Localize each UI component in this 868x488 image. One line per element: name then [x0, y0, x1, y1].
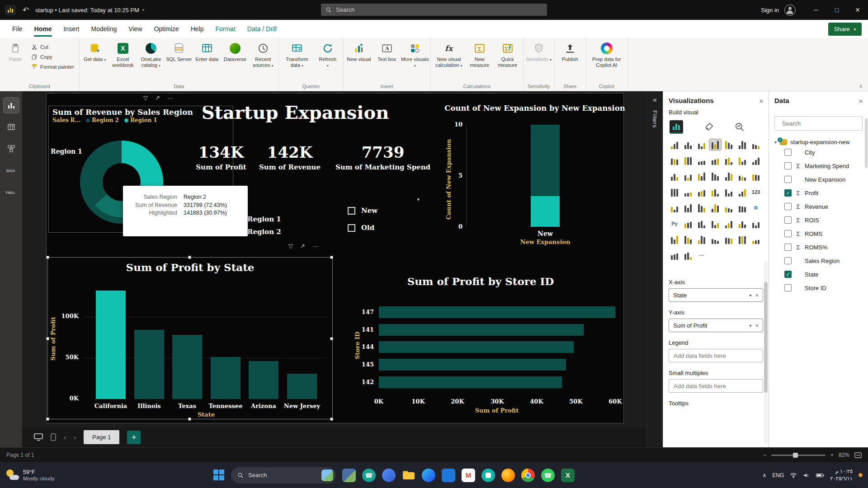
zoom-out-icon[interactable]: − — [763, 452, 766, 458]
menu-item-view[interactable]: View — [123, 20, 148, 38]
field-sales-region[interactable]: Sales Region — [774, 254, 863, 267]
format-painter-button[interactable]: Format painter — [31, 64, 74, 70]
more-options-icon[interactable]: ··· — [167, 94, 173, 101]
visual-type-slicer[interactable] — [736, 218, 748, 229]
visual-type-line-and-clustered-column-chart[interactable] — [709, 155, 721, 166]
edge-browser-icon[interactable] — [422, 469, 435, 482]
transform-data-button[interactable]: Transform data ▾ — [280, 39, 314, 82]
excel-app-icon[interactable]: X — [561, 469, 575, 482]
visual-type-filled-map[interactable] — [736, 171, 748, 182]
visual-type-line-chart[interactable] — [750, 139, 762, 150]
slicer-item-region-1[interactable]: Region 1 — [247, 213, 304, 225]
checkbox-roms[interactable] — [784, 244, 792, 251]
bar-illinois[interactable] — [134, 330, 164, 399]
visual-type-table[interactable] — [682, 187, 694, 197]
legend-item-region-1[interactable]: Region 1 — [124, 117, 157, 123]
table-view-button[interactable] — [4, 119, 19, 135]
refresh-button[interactable]: Refresh▾ — [314, 39, 342, 82]
visual-type-ribbon-chart[interactable] — [723, 155, 735, 166]
checkbox-state[interactable]: ✓ — [784, 271, 792, 278]
field-chip-sum-of-profit[interactable]: Sum of Profit▾× — [669, 319, 763, 332]
focus-mode-icon[interactable]: ↗ — [155, 94, 160, 101]
field-store-id[interactable]: Store ID — [774, 281, 863, 295]
quick-measure-button[interactable]: Σ Quick measure — [494, 39, 522, 82]
card-sum-of-profit[interactable]: 134KSum of Profit — [185, 144, 257, 171]
undo-icon[interactable]: ↶ — [19, 5, 33, 15]
visual-type-decomposition-tree[interactable] — [696, 202, 708, 213]
menu-item-file[interactable]: File — [6, 20, 28, 38]
visual-type-list-slicer[interactable] — [696, 234, 708, 245]
new-visual-calculation-button[interactable]: fx New visual calculation ▾ — [432, 39, 466, 82]
visual-type-paginated-report[interactable] — [709, 218, 721, 229]
report-canvas[interactable]: Startup Expansion Sum of Revenue by Sale… — [22, 91, 646, 427]
bar-texas[interactable] — [172, 335, 202, 399]
get-data-button[interactable]: Get data ▾ — [81, 39, 109, 82]
visual-type-treemap[interactable] — [709, 171, 721, 182]
checkbox-profit[interactable]: ✓ — [784, 189, 792, 197]
visual-type-python-visual[interactable]: Py — [669, 218, 680, 229]
collapse-ribbon-icon[interactable]: ∧ — [859, 83, 863, 89]
profit-by-store-bar-chart[interactable]: Sum of Profit by Store ID Store ID Sum o… — [336, 271, 625, 418]
tray-chevron-up-icon[interactable]: ∧ — [763, 472, 767, 479]
visual-type-stacked-area-chart[interactable] — [682, 155, 694, 166]
data-search-input[interactable] — [782, 120, 862, 127]
visual-type-funnel-chart[interactable] — [750, 155, 762, 166]
more-options-icon[interactable]: ··· — [312, 243, 318, 249]
desktop-view-icon[interactable] — [34, 433, 43, 441]
remove-field-icon[interactable]: × — [755, 292, 759, 299]
page-tab[interactable]: Page 1 — [84, 430, 119, 444]
focus-mode-icon[interactable]: ↗ — [300, 243, 305, 249]
new-page-button[interactable]: + — [127, 431, 141, 444]
visual-type-r-script-visual[interactable]: R — [750, 202, 762, 213]
report-view-button[interactable] — [4, 98, 19, 113]
visual-type-azure-map[interactable] — [669, 187, 680, 197]
recent-sources-button[interactable]: Recent sources ▾ — [249, 39, 277, 82]
report-page[interactable]: Startup Expansion Sum of Revenue by Sale… — [46, 93, 624, 423]
menu-item-format[interactable]: Format — [209, 20, 241, 38]
menu-item-home[interactable]: Home — [28, 20, 58, 38]
visual-type-100-stacked-bar-chart[interactable] — [723, 139, 735, 150]
card-sum-of-revenue[interactable]: 142KSum of Revenue — [254, 144, 326, 171]
mobile-view-icon[interactable] — [51, 433, 56, 441]
visual-type-tile-slicer[interactable] — [682, 234, 694, 245]
filter-icon[interactable]: ▽ — [143, 94, 148, 101]
notification-badge[interactable] — [859, 473, 863, 477]
language-indicator[interactable]: ENG — [772, 472, 784, 479]
visual-type-card[interactable] — [709, 187, 721, 197]
visual-type-scatter-chart[interactable] — [669, 171, 680, 182]
paste-button[interactable]: Paste — [1, 39, 29, 82]
slicer-option-new[interactable]: New — [348, 204, 424, 217]
expand-filters-icon[interactable]: « — [653, 96, 657, 104]
visual-type-text-slicer[interactable] — [750, 218, 762, 229]
microsoft-store-icon[interactable] — [442, 469, 455, 482]
file-explorer-icon[interactable] — [402, 469, 415, 482]
firefox-icon[interactable] — [501, 469, 515, 482]
visual-type-multi-row-card[interactable] — [723, 187, 735, 197]
filter-icon[interactable]: ▽ — [288, 243, 293, 249]
bar-new-jersey[interactable] — [287, 374, 317, 399]
checkbox-sales-region[interactable] — [784, 257, 792, 264]
card-sum-of-marketing-spend[interactable]: 7739Sum of Marketing Spend — [333, 144, 433, 171]
selection-handle[interactable] — [188, 256, 191, 259]
phone-app-icon[interactable]: ☎ — [362, 469, 376, 482]
visual-type-stacked-bar-chart[interactable] — [669, 139, 680, 150]
visual-type-image[interactable] — [709, 234, 721, 245]
prep-data-copilot-button[interactable]: Prep data for Copilot AI — [587, 39, 626, 82]
gmail-icon[interactable]: M — [462, 469, 475, 482]
chrome-icon[interactable] — [521, 469, 535, 482]
chevron-down-icon[interactable]: ▾ — [749, 293, 751, 298]
taskbar-clock[interactable]: ١٠:٢٥ م ٢٠٢٥/٦/١١ — [830, 468, 853, 482]
visual-type-field-parameter[interactable] — [750, 234, 762, 245]
new-measure-button[interactable]: Σ New measure — [466, 39, 494, 82]
account-avatar[interactable] — [784, 5, 796, 16]
visual-type-smart-narrative[interactable] — [723, 202, 735, 213]
visual-type-line-and-stacked-column-chart[interactable] — [696, 155, 708, 166]
visual-type-key-influencers[interactable] — [682, 202, 694, 213]
titlebar-search-input[interactable]: Search — [321, 4, 547, 16]
checkbox-marketing-spend[interactable] — [784, 162, 792, 169]
slicer-option-old[interactable]: Old — [348, 221, 424, 235]
photos-app-icon[interactable] — [342, 469, 356, 482]
weather-widget[interactable]: 59°FMostly cloudy — [0, 469, 55, 482]
field-rois[interactable]: ΣROIS — [774, 213, 863, 227]
field-state[interactable]: ✓State — [774, 267, 863, 281]
